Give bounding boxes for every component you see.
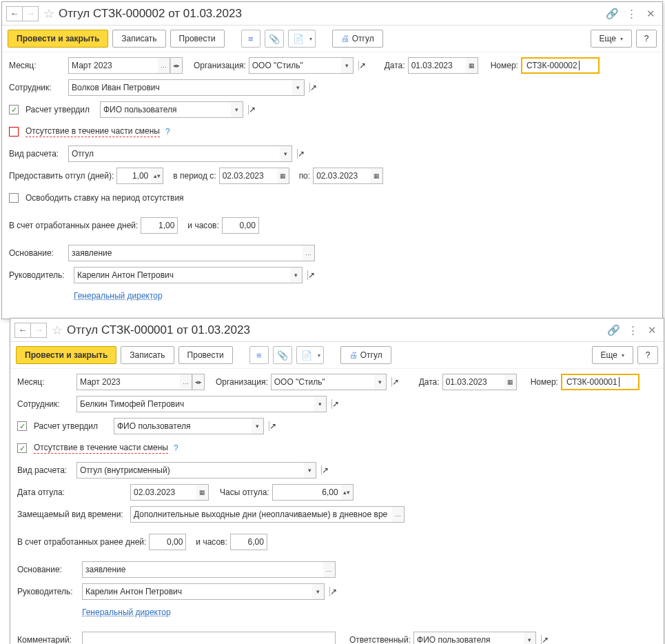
manager-position-link[interactable]: Генеральный директор: [82, 607, 171, 617]
open-icon[interactable]: ↗: [331, 399, 347, 409]
open-icon[interactable]: ↗: [269, 421, 284, 431]
dropdown-icon[interactable]: ▾: [374, 374, 387, 390]
comment-input[interactable]: [82, 632, 336, 644]
reason-input[interactable]: заявление …: [82, 561, 336, 578]
stepper-icon[interactable]: ◂▸: [192, 374, 205, 390]
ellipsis-icon[interactable]: …: [158, 57, 170, 74]
post-and-close-button[interactable]: Провести и закрыть: [8, 30, 108, 48]
ellipsis-icon[interactable]: …: [180, 374, 192, 390]
ellipsis-icon[interactable]: …: [392, 506, 405, 523]
close-icon[interactable]: ✕: [644, 324, 659, 336]
help-icon[interactable]: ?: [165, 127, 170, 137]
replaced-time-input[interactable]: Дополнительные выходные дни (неоплачивае…: [130, 506, 405, 523]
ellipsis-icon[interactable]: …: [303, 245, 315, 261]
manager-input[interactable]: Карелин Антон Петрович ▾: [74, 267, 303, 283]
dropdown-icon[interactable]: ▾: [280, 145, 292, 162]
kebab-menu-icon[interactable]: ⋮: [625, 324, 640, 336]
write-button[interactable]: Записать: [121, 346, 174, 364]
post-button[interactable]: Провести: [170, 30, 225, 48]
calendar-icon[interactable]: ▦: [504, 374, 517, 390]
dropdown-icon[interactable]: ▾: [341, 57, 354, 74]
dropdown-icon[interactable]: ▾: [290, 267, 303, 283]
open-icon[interactable]: ↗: [321, 465, 336, 475]
dropdown-icon[interactable]: ▾: [252, 418, 264, 434]
dropdown-icon[interactable]: ▾: [312, 583, 325, 600]
calendar-icon[interactable]: ▦: [466, 57, 478, 74]
approver-input[interactable]: ФИО пользователя ▾: [114, 418, 264, 434]
kebab-menu-icon[interactable]: ⋮: [624, 8, 639, 20]
free-rate-checkbox[interactable]: [9, 193, 19, 203]
dropdown-icon[interactable]: ▾: [292, 79, 305, 96]
close-icon[interactable]: ✕: [643, 8, 658, 20]
number-input[interactable]: СТЗК-000001: [561, 374, 640, 390]
month-input[interactable]: Март 2023 … ◂▸: [68, 57, 183, 74]
org-input[interactable]: ООО "Стиль" ▾: [249, 57, 354, 74]
leave-date-input[interactable]: 02.03.2023 ▦: [130, 484, 209, 501]
nav-back-button[interactable]: ←: [14, 323, 31, 338]
more-button[interactable]: Еще: [592, 346, 633, 364]
list-icon-button[interactable]: ≡: [249, 346, 269, 364]
partial-shift-checkbox[interactable]: [9, 127, 19, 137]
dropdown-icon[interactable]: ▾: [231, 101, 243, 118]
leave-hours-input[interactable]: 6,00 ▴▾: [272, 484, 354, 501]
approved-checkbox[interactable]: ✓: [17, 421, 27, 431]
calendar-icon[interactable]: ▦: [277, 168, 289, 184]
list-icon-button[interactable]: ≡: [241, 30, 260, 48]
credit-hours-input[interactable]: 0,00: [222, 217, 259, 234]
create-based-on-button[interactable]: 📄: [288, 30, 316, 48]
open-icon[interactable]: ↗: [307, 270, 323, 280]
more-button[interactable]: Еще: [591, 30, 632, 48]
employee-input[interactable]: Белкин Тимофей Петрович ▾: [76, 396, 327, 412]
link-icon[interactable]: 🔗: [606, 324, 621, 336]
dropdown-icon[interactable]: ▾: [304, 462, 316, 479]
open-icon[interactable]: ↗: [309, 83, 325, 92]
stepper-icon[interactable]: ▴▾: [341, 484, 354, 501]
manager-position-link[interactable]: Генеральный директор: [74, 291, 163, 301]
help-button[interactable]: ?: [636, 30, 657, 48]
open-icon[interactable]: ↗: [329, 587, 345, 596]
attachment-icon-button[interactable]: 📎: [273, 346, 292, 364]
period-to-input[interactable]: 02.03.2023 ▦: [313, 168, 383, 184]
open-icon[interactable]: ↗: [391, 377, 407, 387]
favorite-star-icon[interactable]: ☆: [43, 6, 54, 21]
date-input[interactable]: 01.03.2023 ▦: [442, 374, 517, 390]
open-icon[interactable]: ↗: [297, 149, 312, 159]
number-input[interactable]: СТЗК-000002: [521, 57, 600, 74]
write-button[interactable]: Записать: [112, 30, 165, 48]
date-input[interactable]: 01.03.2023 ▦: [408, 57, 478, 74]
credit-hours-input[interactable]: 6,00: [230, 534, 267, 550]
credit-days-input[interactable]: 0,00: [149, 534, 186, 550]
open-icon[interactable]: ↗: [541, 635, 556, 644]
nav-forward-button[interactable]: →: [22, 6, 39, 21]
print-button[interactable]: 🖨Отгул: [332, 30, 383, 48]
approver-input[interactable]: ФИО пользователя ▾: [100, 101, 243, 118]
ellipsis-icon[interactable]: …: [323, 561, 336, 578]
partial-shift-checkbox[interactable]: ✓: [17, 443, 27, 453]
favorite-star-icon[interactable]: ☆: [52, 323, 63, 338]
dropdown-icon[interactable]: ▾: [524, 632, 536, 644]
grant-days-input[interactable]: 1,00 ▴▾: [116, 168, 163, 184]
open-icon[interactable]: ↗: [248, 105, 263, 114]
link-icon[interactable]: 🔗: [604, 8, 620, 20]
approved-checkbox[interactable]: ✓: [9, 105, 19, 114]
nav-forward-button[interactable]: →: [30, 323, 47, 338]
period-from-input[interactable]: 02.03.2023 ▦: [219, 168, 289, 184]
post-button[interactable]: Провести: [178, 346, 233, 364]
calc-type-input[interactable]: Отгул ▾: [68, 145, 292, 162]
responsible-input[interactable]: ФИО пользователя ▾: [413, 632, 536, 644]
credit-days-input[interactable]: 1,00: [141, 217, 178, 234]
help-button[interactable]: ?: [637, 346, 658, 364]
attachment-icon-button[interactable]: 📎: [265, 30, 284, 48]
org-input[interactable]: ООО "Стиль" ▾: [271, 374, 387, 390]
post-and-close-button[interactable]: Провести и закрыть: [16, 346, 116, 364]
stepper-icon[interactable]: ▴▾: [151, 168, 163, 184]
print-button[interactable]: 🖨Отгул: [340, 346, 391, 364]
help-icon[interactable]: ?: [174, 443, 178, 453]
stepper-icon[interactable]: ◂▸: [170, 57, 183, 74]
create-based-on-button[interactable]: 📄: [296, 346, 324, 364]
nav-back-button[interactable]: ←: [6, 6, 23, 21]
employee-input[interactable]: Волков Иван Петрович ▾: [68, 79, 305, 96]
reason-input[interactable]: заявление …: [68, 245, 315, 261]
month-input[interactable]: Март 2023 … ◂▸: [76, 374, 205, 390]
calendar-icon[interactable]: ▦: [371, 168, 383, 184]
